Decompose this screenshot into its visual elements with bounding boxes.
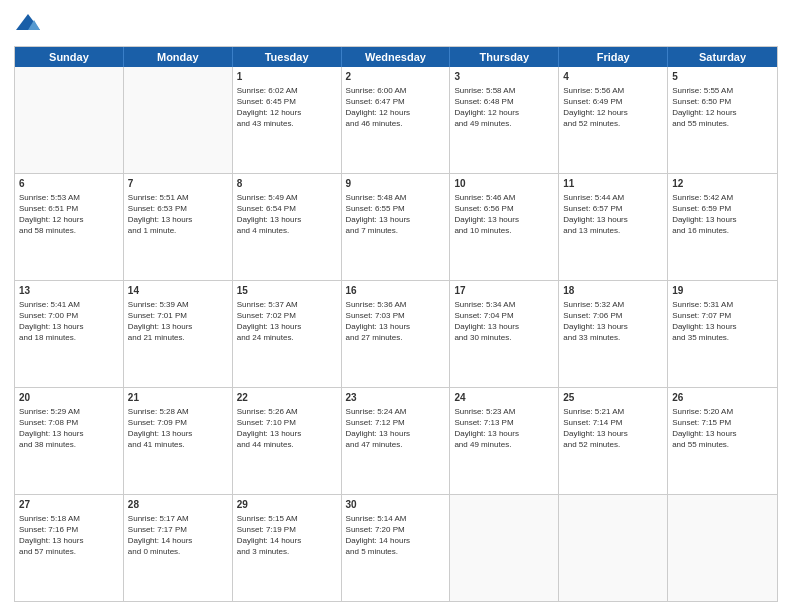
logo <box>14 10 46 38</box>
cal-day-8: 8Sunrise: 5:49 AM Sunset: 6:54 PM Daylig… <box>233 174 342 280</box>
header-day-friday: Friday <box>559 47 668 67</box>
day-number: 7 <box>128 177 228 191</box>
day-info: Sunrise: 5:55 AM Sunset: 6:50 PM Dayligh… <box>672 85 773 130</box>
header-day-thursday: Thursday <box>450 47 559 67</box>
cal-day-17: 17Sunrise: 5:34 AM Sunset: 7:04 PM Dayli… <box>450 281 559 387</box>
cal-empty-cell <box>450 495 559 601</box>
day-info: Sunrise: 6:02 AM Sunset: 6:45 PM Dayligh… <box>237 85 337 130</box>
day-info: Sunrise: 5:20 AM Sunset: 7:15 PM Dayligh… <box>672 406 773 451</box>
day-info: Sunrise: 5:56 AM Sunset: 6:49 PM Dayligh… <box>563 85 663 130</box>
cal-day-20: 20Sunrise: 5:29 AM Sunset: 7:08 PM Dayli… <box>15 388 124 494</box>
day-info: Sunrise: 6:00 AM Sunset: 6:47 PM Dayligh… <box>346 85 446 130</box>
header-day-saturday: Saturday <box>668 47 777 67</box>
day-info: Sunrise: 5:37 AM Sunset: 7:02 PM Dayligh… <box>237 299 337 344</box>
day-info: Sunrise: 5:17 AM Sunset: 7:17 PM Dayligh… <box>128 513 228 558</box>
cal-day-23: 23Sunrise: 5:24 AM Sunset: 7:12 PM Dayli… <box>342 388 451 494</box>
day-number: 24 <box>454 391 554 405</box>
header-day-wednesday: Wednesday <box>342 47 451 67</box>
cal-day-11: 11Sunrise: 5:44 AM Sunset: 6:57 PM Dayli… <box>559 174 668 280</box>
cal-day-27: 27Sunrise: 5:18 AM Sunset: 7:16 PM Dayli… <box>15 495 124 601</box>
cal-empty-cell <box>15 67 124 173</box>
cal-week-1: 1Sunrise: 6:02 AM Sunset: 6:45 PM Daylig… <box>15 67 777 174</box>
day-number: 30 <box>346 498 446 512</box>
cal-day-7: 7Sunrise: 5:51 AM Sunset: 6:53 PM Daylig… <box>124 174 233 280</box>
day-number: 22 <box>237 391 337 405</box>
day-number: 15 <box>237 284 337 298</box>
day-number: 4 <box>563 70 663 84</box>
cal-day-12: 12Sunrise: 5:42 AM Sunset: 6:59 PM Dayli… <box>668 174 777 280</box>
day-number: 25 <box>563 391 663 405</box>
cal-day-29: 29Sunrise: 5:15 AM Sunset: 7:19 PM Dayli… <box>233 495 342 601</box>
day-number: 12 <box>672 177 773 191</box>
cal-week-5: 27Sunrise: 5:18 AM Sunset: 7:16 PM Dayli… <box>15 495 777 601</box>
cal-empty-cell <box>124 67 233 173</box>
cal-day-21: 21Sunrise: 5:28 AM Sunset: 7:09 PM Dayli… <box>124 388 233 494</box>
day-number: 10 <box>454 177 554 191</box>
cal-day-25: 25Sunrise: 5:21 AM Sunset: 7:14 PM Dayli… <box>559 388 668 494</box>
day-number: 23 <box>346 391 446 405</box>
cal-day-15: 15Sunrise: 5:37 AM Sunset: 7:02 PM Dayli… <box>233 281 342 387</box>
cal-day-16: 16Sunrise: 5:36 AM Sunset: 7:03 PM Dayli… <box>342 281 451 387</box>
day-info: Sunrise: 5:32 AM Sunset: 7:06 PM Dayligh… <box>563 299 663 344</box>
logo-icon <box>14 10 42 38</box>
cal-day-24: 24Sunrise: 5:23 AM Sunset: 7:13 PM Dayli… <box>450 388 559 494</box>
day-info: Sunrise: 5:14 AM Sunset: 7:20 PM Dayligh… <box>346 513 446 558</box>
day-info: Sunrise: 5:51 AM Sunset: 6:53 PM Dayligh… <box>128 192 228 237</box>
header <box>14 10 778 38</box>
day-number: 19 <box>672 284 773 298</box>
day-info: Sunrise: 5:53 AM Sunset: 6:51 PM Dayligh… <box>19 192 119 237</box>
day-info: Sunrise: 5:36 AM Sunset: 7:03 PM Dayligh… <box>346 299 446 344</box>
cal-week-3: 13Sunrise: 5:41 AM Sunset: 7:00 PM Dayli… <box>15 281 777 388</box>
day-info: Sunrise: 5:49 AM Sunset: 6:54 PM Dayligh… <box>237 192 337 237</box>
cal-day-5: 5Sunrise: 5:55 AM Sunset: 6:50 PM Daylig… <box>668 67 777 173</box>
cal-day-2: 2Sunrise: 6:00 AM Sunset: 6:47 PM Daylig… <box>342 67 451 173</box>
day-info: Sunrise: 5:34 AM Sunset: 7:04 PM Dayligh… <box>454 299 554 344</box>
cal-day-3: 3Sunrise: 5:58 AM Sunset: 6:48 PM Daylig… <box>450 67 559 173</box>
cal-week-4: 20Sunrise: 5:29 AM Sunset: 7:08 PM Dayli… <box>15 388 777 495</box>
cal-day-30: 30Sunrise: 5:14 AM Sunset: 7:20 PM Dayli… <box>342 495 451 601</box>
cal-day-19: 19Sunrise: 5:31 AM Sunset: 7:07 PM Dayli… <box>668 281 777 387</box>
cal-day-10: 10Sunrise: 5:46 AM Sunset: 6:56 PM Dayli… <box>450 174 559 280</box>
day-info: Sunrise: 5:46 AM Sunset: 6:56 PM Dayligh… <box>454 192 554 237</box>
header-day-sunday: Sunday <box>15 47 124 67</box>
page: SundayMondayTuesdayWednesdayThursdayFrid… <box>0 0 792 612</box>
day-info: Sunrise: 5:24 AM Sunset: 7:12 PM Dayligh… <box>346 406 446 451</box>
day-info: Sunrise: 5:21 AM Sunset: 7:14 PM Dayligh… <box>563 406 663 451</box>
day-number: 28 <box>128 498 228 512</box>
cal-week-2: 6Sunrise: 5:53 AM Sunset: 6:51 PM Daylig… <box>15 174 777 281</box>
day-info: Sunrise: 5:41 AM Sunset: 7:00 PM Dayligh… <box>19 299 119 344</box>
day-info: Sunrise: 5:23 AM Sunset: 7:13 PM Dayligh… <box>454 406 554 451</box>
cal-day-28: 28Sunrise: 5:17 AM Sunset: 7:17 PM Dayli… <box>124 495 233 601</box>
cal-day-1: 1Sunrise: 6:02 AM Sunset: 6:45 PM Daylig… <box>233 67 342 173</box>
day-number: 17 <box>454 284 554 298</box>
day-info: Sunrise: 5:48 AM Sunset: 6:55 PM Dayligh… <box>346 192 446 237</box>
day-number: 9 <box>346 177 446 191</box>
day-info: Sunrise: 5:31 AM Sunset: 7:07 PM Dayligh… <box>672 299 773 344</box>
day-info: Sunrise: 5:29 AM Sunset: 7:08 PM Dayligh… <box>19 406 119 451</box>
day-info: Sunrise: 5:39 AM Sunset: 7:01 PM Dayligh… <box>128 299 228 344</box>
cal-day-9: 9Sunrise: 5:48 AM Sunset: 6:55 PM Daylig… <box>342 174 451 280</box>
cal-day-4: 4Sunrise: 5:56 AM Sunset: 6:49 PM Daylig… <box>559 67 668 173</box>
day-number: 11 <box>563 177 663 191</box>
day-number: 5 <box>672 70 773 84</box>
day-info: Sunrise: 5:58 AM Sunset: 6:48 PM Dayligh… <box>454 85 554 130</box>
calendar-body: 1Sunrise: 6:02 AM Sunset: 6:45 PM Daylig… <box>15 67 777 601</box>
day-number: 3 <box>454 70 554 84</box>
header-day-tuesday: Tuesday <box>233 47 342 67</box>
cal-day-6: 6Sunrise: 5:53 AM Sunset: 6:51 PM Daylig… <box>15 174 124 280</box>
day-number: 21 <box>128 391 228 405</box>
cal-day-13: 13Sunrise: 5:41 AM Sunset: 7:00 PM Dayli… <box>15 281 124 387</box>
day-info: Sunrise: 5:26 AM Sunset: 7:10 PM Dayligh… <box>237 406 337 451</box>
day-number: 26 <box>672 391 773 405</box>
cal-empty-cell <box>668 495 777 601</box>
day-number: 20 <box>19 391 119 405</box>
day-info: Sunrise: 5:42 AM Sunset: 6:59 PM Dayligh… <box>672 192 773 237</box>
day-number: 18 <box>563 284 663 298</box>
cal-day-22: 22Sunrise: 5:26 AM Sunset: 7:10 PM Dayli… <box>233 388 342 494</box>
day-info: Sunrise: 5:28 AM Sunset: 7:09 PM Dayligh… <box>128 406 228 451</box>
day-number: 8 <box>237 177 337 191</box>
calendar-header: SundayMondayTuesdayWednesdayThursdayFrid… <box>15 47 777 67</box>
day-number: 27 <box>19 498 119 512</box>
day-number: 13 <box>19 284 119 298</box>
day-number: 14 <box>128 284 228 298</box>
